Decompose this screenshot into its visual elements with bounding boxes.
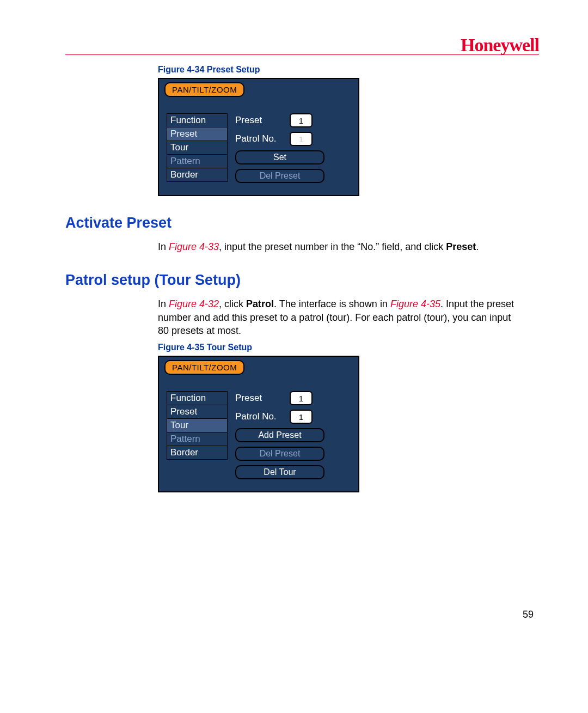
ptz-controls: Preset 1 Patrol No. 1 Add Preset Del Pre… — [235, 391, 351, 479]
ptz-function-list: Function Preset Tour Pattern Border — [167, 113, 228, 183]
ptz-item-function[interactable]: Function — [167, 113, 228, 127]
ptz-panel-tour-setup: PAN/TILT/ZOOM Function Preset Tour Patte… — [158, 356, 359, 492]
ptz-panel-preset-setup: PAN/TILT/ZOOM Function Preset Tour Patte… — [158, 78, 359, 196]
add-preset-button[interactable]: Add Preset — [235, 428, 324, 442]
patrol-no-label: Patrol No. — [235, 411, 284, 422]
figure-ref-4-32: Figure 4-32 — [169, 298, 219, 309]
text: In — [158, 298, 169, 309]
ptz-row-preset: Preset 1 — [235, 391, 351, 405]
ptz-controls: Preset 1 Patrol No. 1 Set Del Preset — [235, 113, 351, 183]
ptz-row-patrol: Patrol No. 1 — [235, 410, 351, 424]
figure-ref-4-35: Figure 4-35 — [390, 298, 440, 309]
page: Honeywell Figure 4-34 Preset Setup PAN/T… — [0, 0, 588, 713]
bold-patrol: Patrol — [246, 298, 274, 309]
ptz-item-pattern: Pattern — [167, 432, 228, 446]
text: , click — [219, 298, 246, 309]
preset-label: Preset — [235, 115, 284, 126]
ptz-row-patrol: Patrol No. 1 — [235, 132, 351, 146]
ptz-body: Function Preset Tour Pattern Border Pres… — [164, 113, 353, 183]
ptz-item-preset[interactable]: Preset — [167, 127, 228, 141]
text: . The interface is shown in — [274, 298, 390, 309]
patrol-no-label: Patrol No. — [235, 133, 284, 144]
preset-input[interactable]: 1 — [290, 113, 313, 127]
text: , input the preset number in the “No.” f… — [219, 241, 446, 252]
del-preset-button: Del Preset — [235, 169, 324, 183]
patrol-no-input: 1 — [290, 132, 313, 146]
figure-caption-4-35: Figure 4-35 Tour Setup — [158, 343, 539, 352]
preset-input[interactable]: 1 — [290, 391, 313, 405]
para-activate-preset: In Figure 4-33, input the preset number … — [158, 240, 517, 253]
ptz-item-tour[interactable]: Tour — [167, 419, 228, 432]
ptz-item-tour[interactable]: Tour — [167, 141, 228, 155]
brand-logo: Honeywell — [461, 35, 539, 56]
text: . — [476, 241, 479, 252]
heading-patrol-setup: Patrol setup (Tour Setup) — [65, 272, 539, 289]
ptz-row-preset: Preset 1 — [235, 113, 351, 127]
set-button[interactable]: Set — [235, 150, 324, 164]
ptz-item-border[interactable]: Border — [167, 446, 228, 460]
ptz-item-preset[interactable]: Preset — [167, 405, 228, 419]
ptz-item-function[interactable]: Function — [167, 391, 228, 405]
para-patrol-setup: In Figure 4-32, click Patrol. The interf… — [158, 297, 517, 337]
ptz-item-pattern: Pattern — [167, 155, 228, 168]
ptz-tab[interactable]: PAN/TILT/ZOOM — [164, 82, 244, 97]
patrol-no-input[interactable]: 1 — [290, 410, 313, 424]
bold-preset: Preset — [446, 241, 476, 252]
del-tour-button[interactable]: Del Tour — [235, 465, 324, 479]
del-preset-button: Del Preset — [235, 447, 324, 461]
preset-label: Preset — [235, 393, 284, 404]
text: In — [158, 241, 169, 252]
ptz-function-list: Function Preset Tour Pattern Border — [167, 391, 228, 479]
ptz-item-border[interactable]: Border — [167, 168, 228, 182]
ptz-tab[interactable]: PAN/TILT/ZOOM — [164, 360, 244, 375]
figure-caption-4-34: Figure 4-34 Preset Setup — [158, 65, 539, 75]
ptz-body: Function Preset Tour Pattern Border Pres… — [164, 391, 353, 479]
heading-activate-preset: Activate Preset — [65, 215, 539, 231]
page-number: 59 — [523, 609, 534, 620]
figure-ref-4-33: Figure 4-33 — [169, 241, 219, 252]
